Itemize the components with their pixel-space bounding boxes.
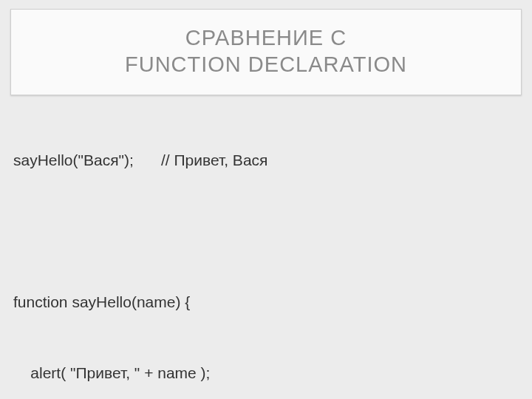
slide-title: СРАВНЕНИЕ С FUNCTION DECLARATION <box>24 24 508 78</box>
code-line: alert( "Привет, " + name ); <box>13 363 519 383</box>
code-statement: function sayHello(name) { <box>13 292 190 313</box>
code-statement: sayHello("Вася"); <box>13 150 161 171</box>
code-line <box>13 221 519 242</box>
code-comment: // Привет, Вася <box>161 150 267 171</box>
code-block: sayHello("Вася"); // Привет, Вася functi… <box>10 95 522 400</box>
title-line-2: FUNCTION DECLARATION <box>125 52 407 76</box>
title-line-1: СРАВНЕНИЕ С <box>185 26 347 50</box>
slide: СРАВНЕНИЕ С FUNCTION DECLARATION sayHell… <box>0 0 532 399</box>
slide-title-box: СРАВНЕНИЕ С FUNCTION DECLARATION <box>10 9 522 95</box>
blank-line <box>13 221 18 242</box>
code-statement: alert( "Привет, " + name ); <box>13 363 210 383</box>
code-line: function sayHello(name) { <box>13 292 519 313</box>
code-line: sayHello("Вася"); // Привет, Вася <box>13 150 519 171</box>
